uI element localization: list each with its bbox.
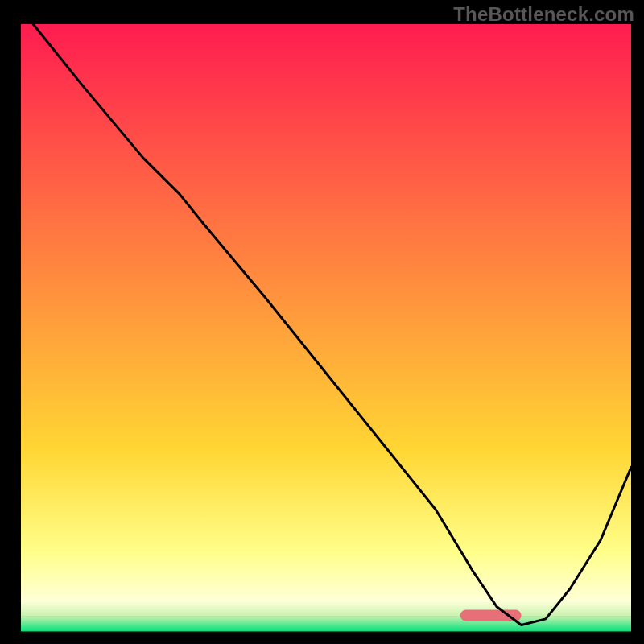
svg-rect-1 [21, 449, 631, 553]
chart-frame: TheBottleneck.com [0, 0, 644, 644]
svg-rect-4 [21, 616, 631, 631]
svg-rect-3 [21, 601, 631, 616]
svg-rect-2 [21, 552, 631, 601]
svg-rect-0 [21, 24, 631, 449]
chart-canvas [0, 0, 644, 644]
